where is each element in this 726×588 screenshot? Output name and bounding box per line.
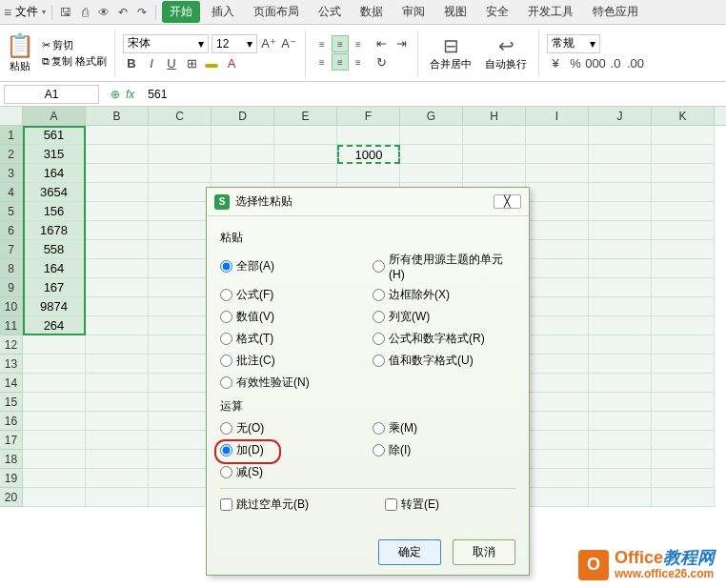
tab-layout[interactable]: 页面布局 xyxy=(246,1,307,23)
cell[interactable] xyxy=(589,469,652,488)
row-header[interactable]: 14 xyxy=(0,374,23,393)
col-header[interactable]: B xyxy=(86,107,149,125)
row-header[interactable]: 4 xyxy=(0,183,23,202)
radio-multiply[interactable]: 乘(M) xyxy=(373,420,515,436)
decrease-font-icon[interactable]: A⁻ xyxy=(280,35,297,52)
dec-dec-icon[interactable]: .00 xyxy=(627,55,644,72)
cell[interactable] xyxy=(652,240,715,259)
cell[interactable] xyxy=(526,183,589,202)
orientation-icon[interactable]: ↻ xyxy=(373,54,390,71)
comma-icon[interactable]: 000 xyxy=(587,55,604,72)
cell[interactable] xyxy=(526,164,589,183)
cell[interactable] xyxy=(526,393,589,412)
cell[interactable] xyxy=(526,431,589,450)
radio-divide[interactable]: 除(I) xyxy=(373,442,515,458)
cell[interactable]: 156 xyxy=(23,202,86,221)
row-header[interactable]: 1 xyxy=(0,126,23,145)
undo-icon[interactable]: ↶ xyxy=(115,5,131,20)
align-top-left[interactable]: ≡ xyxy=(313,35,331,52)
cell[interactable] xyxy=(86,145,149,164)
cell[interactable] xyxy=(652,316,715,335)
radio-formula-numfmt[interactable]: 公式和数字格式(R) xyxy=(373,331,515,347)
cell[interactable] xyxy=(589,431,652,450)
cell[interactable] xyxy=(274,164,337,183)
cell[interactable] xyxy=(652,374,715,393)
cell[interactable] xyxy=(652,164,715,183)
cell[interactable] xyxy=(149,469,212,488)
cell[interactable] xyxy=(23,374,86,393)
cell[interactable] xyxy=(463,145,526,164)
cell[interactable] xyxy=(212,126,274,145)
cell[interactable] xyxy=(86,374,149,393)
cell[interactable] xyxy=(86,297,149,316)
row-header[interactable]: 9 xyxy=(0,278,23,297)
row-header[interactable]: 5 xyxy=(0,202,23,221)
row-header[interactable]: 3 xyxy=(0,164,23,183)
cell[interactable] xyxy=(589,297,652,316)
cell[interactable] xyxy=(526,316,589,335)
cell[interactable] xyxy=(589,335,652,355)
col-header[interactable]: G xyxy=(400,107,463,125)
tab-data[interactable]: 数据 xyxy=(353,1,391,23)
tab-review[interactable]: 审阅 xyxy=(394,1,433,23)
formula-input[interactable] xyxy=(142,85,726,104)
cell[interactable] xyxy=(149,393,212,412)
cell[interactable] xyxy=(86,202,149,221)
cell[interactable] xyxy=(149,488,212,507)
cell[interactable]: 561 xyxy=(23,126,86,145)
cell[interactable] xyxy=(86,450,149,469)
cell[interactable]: 164 xyxy=(23,164,86,183)
cell[interactable] xyxy=(589,183,652,202)
cell[interactable] xyxy=(589,221,652,240)
cell[interactable] xyxy=(86,355,149,374)
cell[interactable] xyxy=(589,278,652,297)
cell[interactable] xyxy=(400,126,463,145)
radio-comments[interactable]: 批注(C) xyxy=(220,353,363,369)
radio-validation[interactable]: 有效性验证(N) xyxy=(220,375,363,391)
row-header[interactable]: 8 xyxy=(0,259,23,278)
radio-values[interactable]: 数值(V) xyxy=(220,309,363,325)
cell[interactable] xyxy=(86,488,149,507)
cell[interactable] xyxy=(86,469,149,488)
cell[interactable] xyxy=(652,412,715,431)
cell[interactable] xyxy=(589,393,652,412)
cell[interactable] xyxy=(86,278,149,297)
font-name-select[interactable]: 宋体▾ xyxy=(123,34,209,53)
copy-button[interactable]: ⧉复制 xyxy=(42,54,72,69)
cell[interactable] xyxy=(526,374,589,393)
cell[interactable] xyxy=(526,145,589,164)
cell[interactable] xyxy=(589,145,652,164)
font-color-button[interactable]: A xyxy=(223,55,240,72)
cell[interactable] xyxy=(526,126,589,145)
cell[interactable] xyxy=(589,488,652,507)
cell[interactable] xyxy=(274,145,337,164)
cell[interactable] xyxy=(86,316,149,335)
redo-icon[interactable]: ↷ xyxy=(134,5,150,20)
cell[interactable] xyxy=(652,355,715,374)
cell[interactable] xyxy=(400,145,463,164)
dialog-close-button[interactable]: ╳ xyxy=(494,194,521,209)
cell[interactable] xyxy=(589,412,652,431)
chevron-down-icon[interactable]: ▾ xyxy=(42,8,46,16)
cell[interactable] xyxy=(23,355,86,374)
col-header[interactable]: E xyxy=(274,107,337,125)
radio-add[interactable]: 加(D) xyxy=(220,442,363,458)
cell[interactable] xyxy=(149,259,212,278)
cell[interactable] xyxy=(526,259,589,278)
cell[interactable] xyxy=(652,145,715,164)
paste-button[interactable]: 📋 粘贴 xyxy=(4,30,36,75)
cell[interactable] xyxy=(149,450,212,469)
align-bottom-center[interactable]: ≡ xyxy=(332,53,349,71)
cell[interactable] xyxy=(212,164,274,183)
underline-button[interactable]: U xyxy=(163,55,180,72)
autowrap-button[interactable]: ↩ 自动换行 xyxy=(481,32,531,73)
row-header[interactable]: 18 xyxy=(0,450,23,469)
cell[interactable] xyxy=(463,164,526,183)
cell[interactable] xyxy=(149,183,212,202)
save-icon[interactable]: 🖫 xyxy=(58,5,73,20)
cell[interactable] xyxy=(86,126,149,145)
cell[interactable] xyxy=(86,335,149,355)
row-header[interactable]: 7 xyxy=(0,240,23,259)
cell[interactable] xyxy=(652,431,715,450)
cell[interactable] xyxy=(526,488,589,507)
